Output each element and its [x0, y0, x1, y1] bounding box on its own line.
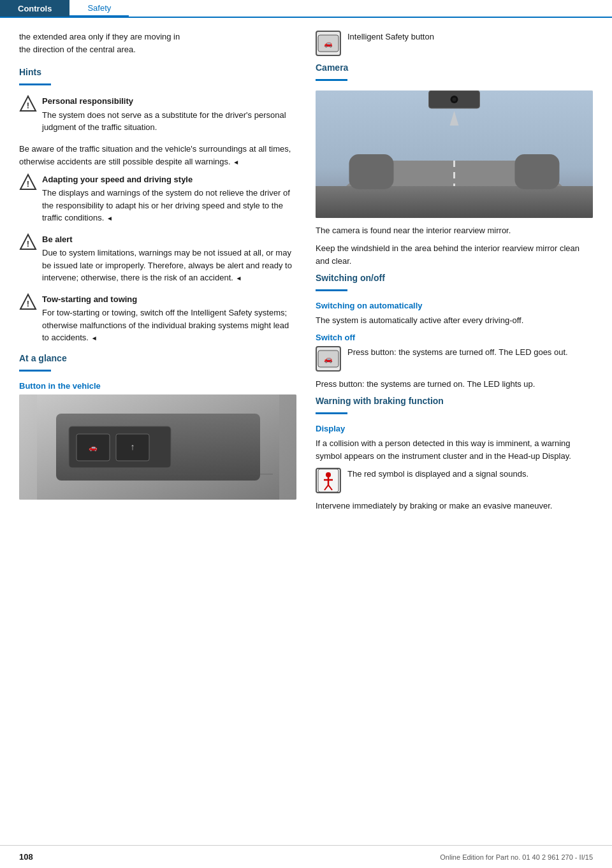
warning-icon-1: !	[19, 95, 37, 113]
display-subheading: Display	[316, 424, 593, 433]
red-person-icon	[316, 468, 341, 493]
svg-text:🚗: 🚗	[324, 39, 333, 48]
svg-text:!: !	[27, 299, 29, 308]
intelligent-safety-row: 🚗 Intelligent Safety button	[316, 31, 593, 56]
switching-underline	[316, 289, 347, 291]
svg-text:!: !	[27, 101, 29, 110]
svg-text:!: !	[27, 179, 29, 189]
camera-svg	[316, 90, 593, 218]
svg-text:🚗: 🚗	[89, 443, 98, 452]
right-column: 🚗 Intelligent Safety button Camera	[316, 31, 593, 517]
intro-text: the extended area only if they are movin…	[19, 31, 296, 55]
switch-off-icon: 🚗	[316, 346, 341, 372]
page-number: 108	[19, 852, 33, 862]
svg-text:↑: ↑	[130, 442, 135, 452]
hint-be-alert: ! Be alert Due to system limitations, wa…	[19, 233, 296, 284]
at-a-glance-heading: At a glance	[19, 353, 296, 363]
svg-text:🚗: 🚗	[324, 354, 333, 363]
svg-rect-21	[316, 186, 593, 218]
heading-underline	[19, 83, 51, 85]
main-content: the extended area only if they are movin…	[0, 18, 612, 530]
footer: 108 Online Edition for Part no. 01 40 2 …	[0, 845, 612, 868]
vehicle-button-image: 🚗 ↑	[19, 394, 296, 500]
vehicle-interior-svg: 🚗 ↑	[37, 394, 279, 500]
camera-underline	[316, 79, 347, 81]
camera-desc2: Keep the windshield in the area behind t…	[316, 242, 593, 268]
at-a-glance-underline	[19, 370, 51, 372]
left-column: the extended area only if they are movin…	[19, 31, 296, 517]
hint1-extra: Be aware of the traffic situation and th…	[19, 143, 296, 168]
header-tabs: Controls Safety	[0, 0, 612, 18]
warning-underline	[316, 412, 347, 414]
warning-icon-3: !	[19, 233, 37, 251]
svg-text:!: !	[27, 239, 29, 249]
red-symbol-row: The red symbol is displayed and a signal…	[316, 468, 593, 493]
hint-tow-starting: ! Tow-starting and towing For tow-starti…	[19, 293, 296, 344]
intelligent-safety-button-icon: 🚗	[316, 31, 341, 56]
svg-rect-27	[515, 154, 560, 189]
switch-off-subheading: Switch off	[316, 333, 593, 342]
intervene-text: Intervene immediately by braking or make…	[316, 500, 593, 512]
button-in-vehicle-label: Button in the vehicle	[19, 381, 296, 391]
switch-off-body: Press button: the systems are turned on.…	[316, 378, 593, 391]
tab-safety[interactable]: Safety	[69, 0, 129, 17]
switching-auto-subheading: Switching on automatically	[316, 301, 593, 310]
svg-point-31	[326, 472, 331, 477]
intelligent-safety-label: Intelligent Safety button	[347, 31, 434, 43]
tab-controls[interactable]: Controls	[0, 0, 69, 17]
camera-heading: Camera	[316, 62, 593, 73]
footer-info: Online Edition for Part no. 01 40 2 961 …	[440, 853, 593, 861]
switch-off-row: 🚗 Press button: the systems are turned o…	[316, 346, 593, 372]
warning-icon-4: !	[19, 293, 37, 311]
camera-desc1: The camera is found near the interior re…	[316, 224, 593, 237]
display-body: If a collision with a person detected in…	[316, 437, 593, 463]
switch-off-icon-text: Press button: the systems are turned off…	[347, 346, 568, 359]
switching-heading: Switching on/off	[316, 273, 593, 283]
warning-heading: Warning with braking function	[316, 396, 593, 406]
hints-heading: Hints	[19, 67, 296, 77]
symbol-text: The red symbol is displayed and a signal…	[347, 468, 528, 481]
hint-personal-responsibility: ! Personal responsibility The system doe…	[19, 95, 296, 134]
svg-point-24	[453, 98, 456, 101]
warning-icon-2: !	[19, 173, 37, 191]
svg-rect-26	[349, 154, 394, 189]
hint-adapting-speed: ! Adapting your speed and driving style …	[19, 173, 296, 224]
camera-image	[316, 90, 593, 218]
switching-auto-body: The system is automatically active after…	[316, 314, 593, 327]
